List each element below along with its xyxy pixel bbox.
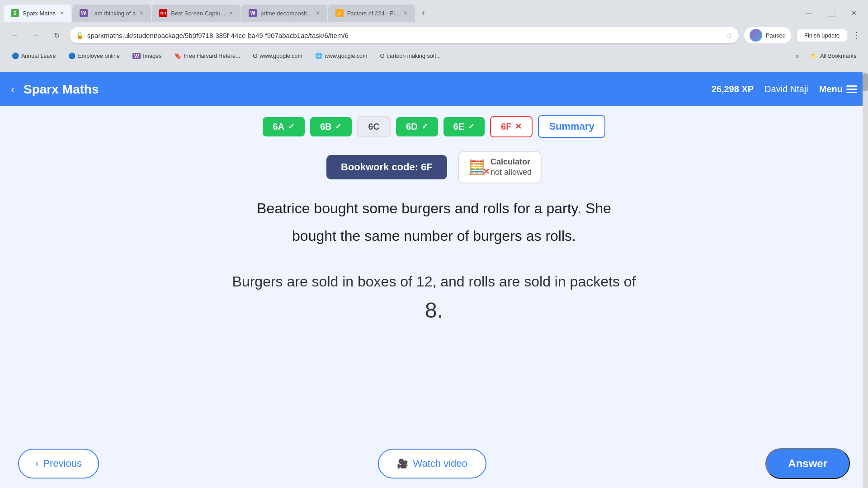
bookmark-icon-cartoon: G bbox=[380, 52, 384, 59]
video-camera-icon: 🎥 bbox=[397, 458, 408, 469]
hamburger-icon bbox=[846, 85, 857, 93]
task-tab-summary[interactable]: Summary bbox=[538, 115, 605, 138]
question-line4: 8. bbox=[425, 293, 443, 328]
tab-thinking[interactable]: W i am thinking of a ✕ bbox=[72, 5, 151, 22]
tab-label-thinking: i am thinking of a bbox=[91, 10, 136, 17]
calculator-x-icon: ✕ bbox=[483, 167, 490, 177]
tab-favicon-prime: W bbox=[249, 9, 257, 17]
folder-icon: 📁 bbox=[811, 52, 818, 59]
task-tab-6c-label: 6C bbox=[368, 122, 380, 132]
answer-button[interactable]: Answer bbox=[765, 448, 850, 479]
bookmark-harvard[interactable]: 🔖 Free Harvard Refere... bbox=[170, 51, 245, 61]
tab-close-screencap[interactable]: ✕ bbox=[229, 10, 233, 16]
bookmark-icon-google1: G bbox=[253, 52, 257, 59]
bookmark-icon-google2: 🌐 bbox=[315, 52, 322, 59]
task-tab-6e[interactable]: 6E ✓ bbox=[443, 117, 485, 136]
bookwork-code: Bookwork code: 6F bbox=[326, 155, 447, 179]
watch-video-button[interactable]: 🎥 Watch video bbox=[378, 449, 486, 479]
bookmark-star-icon[interactable]: ☆ bbox=[726, 31, 732, 40]
scrollbar[interactable] bbox=[863, 72, 868, 488]
calculator-sublabel: not allowed bbox=[491, 167, 532, 178]
bookmark-label-harvard: Free Harvard Refere... bbox=[184, 53, 240, 59]
previous-button[interactable]: ‹ Previous bbox=[18, 449, 99, 479]
refresh-button[interactable]: ↻ bbox=[49, 28, 64, 43]
tab-favicon-thinking: W bbox=[80, 9, 88, 17]
all-bookmarks-folder[interactable]: 📁 All Bookmarks bbox=[806, 51, 861, 61]
question-line3: Burgers are sold in boxes of 12, and rol… bbox=[232, 270, 636, 293]
task-tab-6f-x: ✕ bbox=[515, 122, 522, 131]
tab-favicon-factors: ⚡ bbox=[335, 9, 344, 17]
bookmark-icon-images: W bbox=[132, 53, 141, 59]
bookmark-label-google2: www.google.com bbox=[325, 53, 368, 59]
forward-nav-button[interactable]: → bbox=[28, 28, 43, 43]
bookmark-label-annual: Annual Leave bbox=[21, 53, 56, 59]
previous-label: Previous bbox=[43, 458, 82, 469]
previous-arrow-icon: ‹ bbox=[35, 458, 38, 469]
xp-display: 26,298 XP bbox=[712, 84, 754, 94]
profile-button[interactable]: Paused bbox=[744, 27, 791, 43]
task-tab-6c[interactable]: 6C bbox=[357, 116, 391, 137]
bookmark-google1[interactable]: G www.google.com bbox=[248, 51, 307, 61]
bookmark-icon-annual: 🔵 bbox=[12, 52, 19, 59]
maximize-button[interactable]: ⬜ bbox=[821, 5, 842, 22]
task-tab-6d[interactable]: 6D ✓ bbox=[396, 117, 438, 136]
bookmark-images[interactable]: W Images bbox=[128, 52, 166, 61]
task-tab-6d-label: 6D bbox=[406, 122, 418, 132]
tab-favicon-screencap: NH bbox=[159, 9, 167, 17]
bookmark-label-google1: www.google.com bbox=[259, 53, 302, 59]
bookmark-label-employee: Employee online bbox=[78, 53, 119, 59]
close-button[interactable]: ✕ bbox=[844, 5, 864, 22]
browser-menu-button[interactable]: ⋮ bbox=[853, 30, 861, 40]
scrollbar-thumb[interactable] bbox=[863, 73, 868, 91]
bookmark-icon-harvard: 🔖 bbox=[174, 52, 181, 59]
tab-factors[interactable]: ⚡ Factors of 224 - Fi... ✕ bbox=[328, 5, 415, 22]
menu-button[interactable]: Menu bbox=[819, 84, 857, 94]
task-tab-6b[interactable]: 6B ✓ bbox=[310, 117, 352, 136]
task-tab-6f-label: 6F bbox=[501, 122, 511, 132]
url-text: sparxmaths.uk/student/package/5b0f9718-3… bbox=[87, 32, 722, 39]
profile-status: Paused bbox=[766, 32, 786, 39]
tab-favicon-sparx: S bbox=[11, 9, 19, 17]
bookmark-label-images: Images bbox=[143, 53, 161, 59]
watch-video-label: Watch video bbox=[413, 458, 467, 469]
back-nav-button[interactable]: ← bbox=[7, 28, 23, 43]
bookmarks-overflow-button[interactable]: » bbox=[792, 51, 802, 61]
tab-close-sparx[interactable]: ✕ bbox=[60, 10, 64, 16]
tab-close-thinking[interactable]: ✕ bbox=[139, 10, 144, 16]
avatar bbox=[750, 29, 762, 42]
tab-label-sparx: Sparx Maths bbox=[23, 10, 56, 17]
tab-label-factors: Factors of 224 - Fi... bbox=[347, 10, 400, 17]
user-name: David Ntaji bbox=[764, 84, 808, 94]
bookmark-annual-leave[interactable]: 🔵 Annual Leave bbox=[7, 51, 60, 61]
task-tab-6b-label: 6B bbox=[320, 122, 332, 132]
bookmark-employee-online[interactable]: 🔵 Employee online bbox=[64, 51, 124, 61]
bookmark-google2[interactable]: 🌐 www.google.com bbox=[311, 51, 372, 61]
task-tab-6a-check: ✓ bbox=[288, 122, 295, 131]
tab-close-factors[interactable]: ✕ bbox=[403, 10, 408, 16]
bookmark-label-cartoon: cartoon making soft... bbox=[387, 53, 441, 59]
tab-screencap[interactable]: NH Best Screen Captu... ✕ bbox=[152, 5, 241, 22]
question-line1: Beatrice bought some burgers and rolls f… bbox=[257, 197, 611, 220]
menu-label: Menu bbox=[819, 84, 843, 94]
tab-sparx-maths[interactable]: S Sparx Maths ✕ bbox=[4, 5, 71, 22]
task-tab-6a-label: 6A bbox=[273, 122, 284, 132]
question-line2: bought the same number of burgers as rol… bbox=[292, 225, 576, 248]
sparx-logo: Sparx Maths bbox=[24, 82, 99, 97]
task-tab-6b-check: ✓ bbox=[335, 122, 342, 131]
bookmark-cartoon[interactable]: G cartoon making soft... bbox=[375, 51, 445, 61]
task-tab-6a[interactable]: 6A ✓ bbox=[263, 117, 305, 136]
task-tab-6e-check: ✓ bbox=[468, 122, 475, 131]
tab-prime[interactable]: W prime decomposit... ✕ bbox=[241, 5, 327, 22]
tab-label-prime: prime decomposit... bbox=[260, 10, 311, 17]
address-bar[interactable]: 🔒 sparxmaths.uk/student/package/5b0f9718… bbox=[70, 27, 739, 43]
bookmark-icon-employee: 🔵 bbox=[68, 52, 75, 59]
finish-update-button[interactable]: Finish update bbox=[797, 29, 847, 42]
task-tab-6f[interactable]: 6F ✕ bbox=[490, 116, 533, 137]
minimize-button[interactable]: — bbox=[798, 5, 819, 22]
calculator-badge: 🧮 ✕ Calculator not allowed bbox=[458, 151, 542, 183]
sparx-back-button[interactable]: ‹ bbox=[11, 83, 14, 96]
task-tab-summary-label: Summary bbox=[549, 121, 594, 132]
all-bookmarks-label: All Bookmarks bbox=[820, 53, 856, 59]
tab-close-prime[interactable]: ✕ bbox=[316, 10, 320, 16]
new-tab-button[interactable]: + bbox=[416, 6, 430, 20]
